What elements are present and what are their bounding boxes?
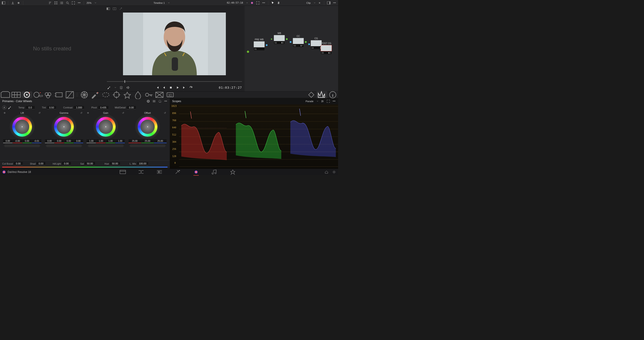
deliver-page-icon[interactable] — [229, 169, 236, 175]
gain-y[interactable]: 1.00 — [86, 139, 96, 143]
play-icon[interactable] — [176, 86, 179, 89]
viewer-timecode[interactable]: 01:03:27:27 — [219, 86, 242, 89]
node-05[interactable]: POST CG 05▮◫ — [321, 42, 332, 54]
curves-icon[interactable] — [64, 91, 75, 98]
lift-jog[interactable] — [4, 144, 40, 147]
last-frame-icon[interactable] — [182, 86, 186, 89]
reset-icon[interactable]: ↺ — [80, 111, 83, 115]
gain-jog[interactable] — [88, 144, 124, 147]
hdr-wheels-icon[interactable]: HDR — [32, 91, 43, 98]
log-mode-icon[interactable]: LOG — [158, 99, 162, 103]
scopes-mode[interactable]: Parade — [306, 100, 314, 103]
auto-icon[interactable]: A — [2, 105, 6, 109]
more-icon[interactable]: ••• — [77, 1, 81, 5]
gain-r[interactable]: 1.00 — [96, 139, 106, 143]
color-wheels-icon[interactable] — [22, 91, 32, 98]
color-match-icon[interactable] — [11, 91, 22, 98]
node-graph[interactable]: PRE WB 01 WB 02▮◫ CC 03▮↗ CG 04▮ POST CG… — [245, 6, 338, 91]
pivot-input[interactable] — [98, 106, 108, 109]
clip-dropdown[interactable]: Clip — [304, 1, 323, 5]
image-wipe-icon[interactable] — [106, 7, 110, 11]
stereo-3d-icon[interactable]: 3D — [165, 91, 176, 98]
blur-icon[interactable] — [132, 91, 143, 98]
info-icon[interactable] — [327, 91, 338, 98]
source-node-icon[interactable] — [247, 51, 249, 53]
keyframes-icon[interactable] — [306, 91, 317, 98]
lift-y[interactable]: 0.00 — [3, 139, 12, 143]
cut-page-icon[interactable] — [138, 169, 145, 175]
window-icon[interactable] — [100, 91, 111, 98]
panel-toggle-right-icon[interactable] — [327, 1, 330, 5]
fairlight-page-icon[interactable] — [211, 169, 218, 175]
fusion-page-icon[interactable] — [174, 169, 181, 175]
shad-input[interactable] — [36, 162, 46, 165]
home-icon[interactable] — [325, 170, 328, 174]
tracker-icon[interactable] — [111, 91, 122, 98]
reset-icon[interactable]: ↺ — [163, 111, 166, 115]
tint-input[interactable] — [47, 106, 56, 109]
loop-icon[interactable] — [189, 86, 193, 89]
gamma-b[interactable]: 0.00 — [74, 139, 83, 143]
node-03[interactable]: CC 03▮↗ — [293, 35, 304, 47]
picker-icon[interactable] — [8, 106, 11, 109]
contrast-input[interactable] — [74, 106, 84, 109]
color-managed-icon[interactable] — [250, 1, 254, 5]
scopes-canvas[interactable]: 1023 896 768 640 512 384 256 128 0 — [170, 104, 338, 168]
scrub-bar[interactable] — [104, 79, 245, 84]
offset-g[interactable]: 25.00 — [141, 139, 154, 143]
split-view-icon[interactable] — [113, 7, 116, 11]
more-icon[interactable]: ••• — [164, 99, 168, 103]
sort-icon[interactable] — [48, 1, 52, 5]
gain-g[interactable]: 1.00 — [106, 139, 115, 143]
reset-icon[interactable]: ↺ — [38, 111, 41, 115]
motion-effects-icon[interactable] — [54, 91, 64, 98]
target-icon[interactable]: ✛ — [86, 111, 90, 115]
node-02[interactable]: WB 02▮◫ — [274, 32, 285, 44]
camera-raw-icon[interactable] — [0, 91, 11, 98]
hue-input[interactable] — [110, 162, 120, 165]
audio-icon[interactable] — [126, 86, 130, 89]
search-icon[interactable] — [66, 1, 69, 5]
gamma-r[interactable]: 0.00 — [54, 139, 64, 143]
more-icon[interactable]: ••• — [262, 1, 266, 5]
target-icon[interactable]: ✛ — [3, 111, 6, 115]
offset-r[interactable]: 25.00 — [128, 139, 141, 143]
color-warper-icon[interactable] — [79, 91, 90, 98]
bars-mode-icon[interactable] — [152, 99, 156, 103]
node-01[interactable]: PRE WB 01 — [254, 38, 265, 51]
lift-wheel[interactable] — [11, 116, 33, 138]
qualifier-icon[interactable] — [90, 91, 100, 98]
expand-icon[interactable] — [326, 99, 330, 103]
timeline-name[interactable]: Timeline 1 — [154, 2, 164, 4]
layers-icon[interactable] — [120, 86, 123, 89]
middetail-input[interactable] — [127, 106, 136, 109]
chevron-down-icon[interactable] — [114, 87, 116, 88]
master-timecode[interactable]: 02:40:57:18 — [227, 1, 243, 4]
lift-r[interactable]: -0.00 — [13, 139, 22, 143]
node-04[interactable]: CG 04▮ — [310, 37, 322, 50]
edit-page-icon[interactable] — [156, 169, 163, 175]
first-frame-icon[interactable] — [156, 86, 159, 89]
lift-b[interactable]: -0.01 — [32, 139, 41, 143]
fullscreen-icon[interactable] — [256, 1, 260, 5]
gain-b[interactable]: 1.00 — [116, 139, 125, 143]
key-icon[interactable] — [143, 91, 154, 98]
hand-icon[interactable] — [277, 1, 280, 5]
project-settings-icon[interactable] — [332, 170, 336, 174]
lift-g[interactable]: 0.00 — [22, 139, 32, 143]
colboost-input[interactable] — [14, 162, 23, 165]
sat-input[interactable] — [85, 162, 95, 165]
prev-frame-icon[interactable] — [162, 86, 166, 89]
expand-icon[interactable] — [72, 1, 75, 5]
temp-input[interactable] — [26, 106, 35, 109]
stop-icon[interactable] — [169, 86, 173, 89]
grid-view-icon[interactable] — [54, 1, 58, 5]
pointer-icon[interactable] — [271, 1, 274, 5]
offset-jog[interactable] — [130, 144, 166, 147]
list-view-icon[interactable] — [60, 1, 64, 5]
magic-wand-icon[interactable] — [119, 7, 122, 11]
more-icon[interactable]: ••• — [332, 99, 336, 103]
gamma-wheel[interactable] — [53, 116, 75, 138]
scopes-icon[interactable] — [317, 91, 327, 98]
gamma-g[interactable]: 0.00 — [64, 139, 74, 143]
